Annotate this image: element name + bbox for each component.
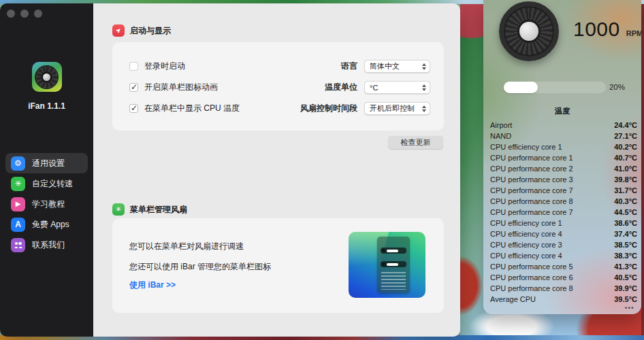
sidebar-item-tutorials[interactable]: ▶ 学习教程 [5, 194, 88, 214]
temperature-row: CPU performance core 5 41.3°C [483, 261, 641, 272]
sensor-value: 38.6°C [614, 219, 637, 227]
temperature-title: 温度 [483, 106, 641, 116]
sensor-name: CPU performance core 7 [490, 208, 573, 216]
sidebar-item-general-settings[interactable]: ⚙ 通用设置 [5, 153, 88, 173]
sensor-value: 24.4°C [614, 121, 637, 129]
temperature-row: CPU performance core 8 39.9°C [483, 283, 641, 294]
video-play-icon: ▶ [11, 197, 25, 211]
temperature-row: CPU efficiency core 3 38.5°C [483, 239, 641, 250]
chevron-updown-icon [422, 63, 426, 70]
sidebar-item-free-apps[interactable]: A 免费 Apps [5, 214, 88, 235]
sensor-name: Airport [490, 121, 512, 129]
zoom-button[interactable] [34, 10, 42, 18]
dropdown-group: 语言 简体中文 温度单位 °C [269, 60, 430, 123]
sensor-name: CPU efficiency core 3 [490, 241, 562, 249]
temperature-row: CPU performance core 8 40.3°C [483, 196, 641, 207]
ibar-link[interactable]: 使用 iBar >> [129, 279, 176, 291]
app-version-label: iFan 1.1.1 [0, 101, 93, 111]
sensor-value: 40.2°C [614, 143, 637, 151]
temperature-row: CPU performance core 1 40.7°C [483, 152, 641, 163]
checkbox-label: 在菜单栏中显示 CPU 温度 [144, 103, 240, 114]
people-icon [11, 238, 25, 252]
chevron-updown-icon [422, 105, 426, 112]
menubar-card: 您可以在菜单栏对风扇进行调速 您还可以使用 iBar 管理您的菜单栏图标 使用 … [112, 218, 444, 313]
temperature-row: CPU performance core 7 31.7°C [483, 185, 641, 196]
temperature-row: Airport 24.4°C [483, 120, 641, 131]
fan-speed-slider-fill[interactable] [504, 82, 538, 93]
dropdown-row: 语言 简体中文 [269, 60, 430, 73]
sensor-name: CPU performance core 2 [490, 165, 573, 173]
checkbox[interactable] [129, 62, 138, 71]
temperature-row: CPU efficiency core 1 38.6°C [483, 218, 641, 228]
temperature-list: Airport 24.4°C NAND 27.1°C CPU efficienc… [483, 120, 641, 305]
dropdown-value: 简体中文 [370, 61, 422, 71]
sensor-name: CPU performance core 6 [490, 273, 573, 282]
sensor-name: CPU performance core 8 [490, 197, 573, 205]
checkbox-label: 登录时启动 [144, 61, 185, 72]
check-update-button[interactable]: 检查更新 [388, 136, 443, 149]
temperature-row: CPU performance core 6 40.5°C [483, 272, 641, 283]
sensor-value: 27.1°C [614, 132, 637, 140]
window-controls [7, 10, 42, 18]
temperature-row: CPU efficiency core 1 40.2°C [483, 141, 641, 152]
dropdown-value: °C [370, 84, 422, 92]
sensor-value: 41.3°C [614, 262, 637, 271]
temperature-row: Average CPU 39.5°C [483, 294, 641, 305]
gear-icon: ⚙ [11, 156, 25, 171]
sensor-value: 41.0°C [614, 165, 637, 173]
fan-hub [519, 22, 538, 41]
checkbox[interactable] [129, 83, 138, 92]
temperature-row: NAND 27.1°C [483, 131, 641, 141]
dropdown-label: 温度单位 [269, 82, 357, 93]
sensor-value: 31.7°C [614, 186, 637, 194]
checkbox-label: 开启菜单栏图标动画 [144, 82, 218, 93]
fan-speed-slider[interactable] [504, 82, 606, 93]
checkbox-row[interactable]: 登录时启动 [129, 59, 240, 73]
sensor-value: 39.5°C [614, 295, 637, 303]
menubar-info-line1: 您可以在菜单栏对风扇进行调速 [129, 241, 244, 252]
close-button[interactable] [7, 10, 15, 18]
dropdown-label: 风扇控制时间段 [269, 103, 357, 114]
more-indicator[interactable]: ••• [625, 305, 634, 311]
app-identity: iFan 1.1.1 [0, 62, 93, 111]
sensor-value: 39.8°C [614, 175, 637, 184]
sensor-name: CPU efficiency core 1 [490, 143, 562, 151]
temperature-row: CPU performance core 7 44.5°C [483, 207, 641, 218]
sidebar-item-contact-us[interactable]: 联系我们 [5, 235, 88, 255]
dropdown-value: 开机后即控制 [370, 103, 422, 114]
chevron-updown-icon [422, 84, 426, 91]
fan-popover-panel: 1000 RPM 20% 温度 Airport 24.4°C NAND 27.1… [483, 0, 641, 314]
sensor-value: 38.5°C [614, 241, 637, 249]
rpm-readout: 1000 RPM [573, 18, 641, 41]
toggle-group: 登录时启动 开启菜单栏图标动画 在菜单栏中显示 CPU 温度 [129, 59, 240, 122]
launch-display-card: 登录时启动 开启菜单栏图标动画 在菜单栏中显示 CPU 温度 [112, 42, 444, 131]
fan-percent-label: 20% [609, 83, 625, 91]
checkbox-row[interactable]: 在菜单栏中显示 CPU 温度 [129, 101, 240, 115]
sensor-value: 38.3°C [614, 252, 637, 260]
checkbox[interactable] [129, 104, 138, 113]
dropdown-row: 温度单位 °C [269, 81, 430, 94]
sensor-name: CPU efficiency core 4 [490, 252, 562, 260]
sensor-name: CPU efficiency core 1 [490, 219, 562, 227]
preview-panel [377, 237, 410, 293]
sensor-name: CPU performance core 5 [490, 262, 573, 271]
dropdown-row: 风扇控制时间段 开机后即控制 [269, 102, 430, 115]
fan-image [499, 1, 559, 61]
sensor-value: 40.7°C [614, 154, 637, 162]
sensor-name: NAND [490, 132, 511, 140]
fan-icon: ✳ [112, 203, 125, 216]
paper-plane-icon: ➤ [112, 24, 125, 37]
checkbox-row[interactable]: 开启菜单栏图标动画 [129, 80, 240, 94]
dropdown[interactable]: 开机后即控制 [364, 102, 430, 115]
sensor-name: CPU efficiency core 4 [490, 230, 562, 238]
menubar-info-line2: 您还可以使用 iBar 管理您的菜单栏图标 [129, 261, 271, 273]
temperature-row: CPU performance core 3 39.8°C [483, 174, 641, 185]
sensor-value: 37.4°C [614, 230, 637, 238]
sensor-value: 40.3°C [614, 197, 637, 205]
dropdown-label: 语言 [269, 61, 357, 72]
dropdown[interactable]: °C [364, 81, 430, 94]
sidebar-item-custom-speed[interactable]: ✳ 自定义转速 [5, 173, 88, 194]
dropdown[interactable]: 简体中文 [364, 60, 430, 73]
temperature-row: CPU efficiency core 4 37.4°C [483, 228, 641, 239]
minimize-button[interactable] [20, 10, 29, 18]
